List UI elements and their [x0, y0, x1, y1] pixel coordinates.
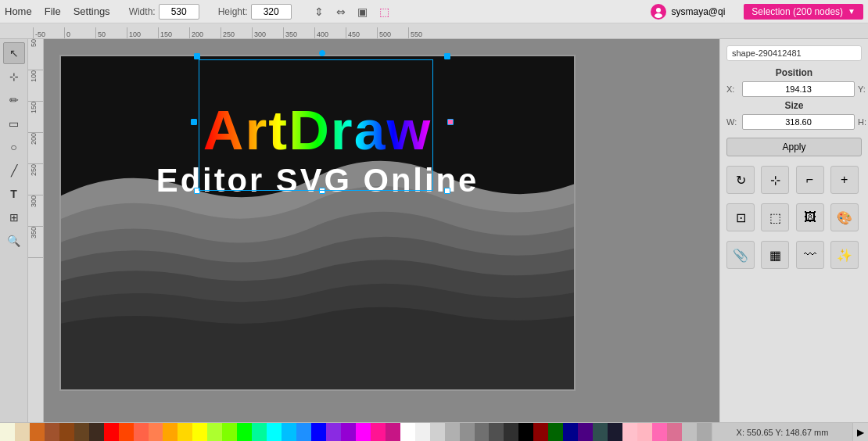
color-swatch[interactable] — [548, 423, 563, 442]
color-swatch[interactable] — [475, 423, 490, 442]
add-icon[interactable]: + — [830, 166, 859, 194]
settings-menu[interactable]: Settings — [74, 5, 110, 17]
color-swatch[interactable] — [341, 423, 356, 442]
color-swatch[interactable] — [119, 423, 134, 442]
select-tool[interactable]: ↖ — [3, 42, 25, 64]
apply-button[interactable]: Apply — [726, 138, 862, 156]
rotate-icon[interactable]: ↻ — [726, 166, 755, 194]
flip-vertical-icon[interactable]: ⇕ — [310, 3, 328, 20]
color-swatch[interactable] — [445, 423, 460, 442]
text-tool[interactable]: T — [3, 183, 25, 205]
color-swatch[interactable] — [252, 423, 267, 442]
color-swatch[interactable] — [207, 423, 222, 442]
color-swatch[interactable] — [637, 423, 652, 442]
home-menu[interactable]: Home — [5, 5, 32, 17]
ruler-tick: 300 — [252, 27, 283, 38]
color-swatch[interactable] — [149, 423, 163, 442]
color-swatch[interactable] — [237, 423, 252, 442]
color-swatch[interactable] — [30, 423, 45, 442]
selection-handle-bl[interactable] — [194, 188, 200, 194]
clip-icon[interactable]: 📎 — [726, 241, 755, 269]
color-swatch[interactable] — [430, 423, 445, 442]
pattern-icon[interactable]: ▦ — [761, 241, 789, 269]
frame-icon[interactable]: ▣ — [354, 3, 371, 20]
color-swatch[interactable] — [134, 423, 149, 442]
color-strip[interactable] — [0, 423, 712, 442]
color-swatch[interactable] — [533, 423, 548, 442]
color-swatch[interactable] — [178, 423, 192, 442]
nodes-icon[interactable]: ⊹ — [761, 166, 789, 194]
color-swatch[interactable] — [578, 423, 593, 442]
color-swatch[interactable] — [74, 423, 89, 442]
crop-icon[interactable]: ⌐ — [796, 166, 824, 194]
group-icon[interactable]: ⊡ — [726, 203, 755, 231]
color-swatch[interactable] — [163, 423, 178, 442]
selection-handle-tc[interactable] — [319, 50, 325, 56]
svg-point-1 — [655, 13, 662, 18]
color-swatch[interactable] — [222, 423, 237, 442]
flip-horizontal-icon[interactable]: ⇔ — [332, 3, 350, 20]
selection-rect-icon[interactable]: ⬚ — [761, 203, 789, 231]
wave-icon[interactable]: 〰 — [796, 241, 824, 269]
color-swatch[interactable] — [192, 423, 207, 442]
rectangle-tool[interactable]: ▭ — [3, 113, 25, 134]
color-swatch[interactable] — [622, 423, 637, 442]
color-wheel-icon[interactable]: 🎨 — [830, 203, 859, 231]
image-icon[interactable]: 🖼 — [796, 203, 824, 231]
color-swatch[interactable] — [593, 423, 608, 442]
color-swatch[interactable] — [460, 423, 475, 442]
size-title: Size — [726, 100, 862, 111]
selection-handle-bc[interactable] — [319, 188, 325, 194]
node-tool[interactable]: ⊹ — [3, 66, 25, 88]
pencil-tool[interactable]: ✏ — [3, 89, 25, 111]
scroll-right-button[interactable]: ▶ — [852, 423, 868, 442]
selection-handle-br[interactable] — [444, 188, 450, 194]
ruler-tick: 500 — [377, 27, 408, 38]
color-swatch[interactable] — [267, 423, 282, 442]
color-swatch[interactable] — [400, 423, 415, 442]
selection-handle-ml[interactable] — [191, 119, 197, 125]
file-menu[interactable]: File — [45, 5, 61, 17]
color-swatch[interactable] — [504, 423, 518, 442]
symbol-tool[interactable]: ⊞ — [3, 206, 25, 228]
selection-handle-tl[interactable] — [194, 53, 200, 59]
color-swatch[interactable] — [386, 423, 400, 442]
y-label: Y: — [858, 84, 868, 94]
magic-wand-icon[interactable]: ✨ — [830, 241, 859, 269]
height-input[interactable] — [251, 4, 292, 20]
color-swatch[interactable] — [667, 423, 682, 442]
color-swatch[interactable] — [563, 423, 578, 442]
color-swatch[interactable] — [45, 423, 59, 442]
ellipse-tool[interactable]: ○ — [3, 136, 25, 158]
ruler-tick: 350 — [283, 27, 314, 38]
color-swatch[interactable] — [371, 423, 386, 442]
color-swatch[interactable] — [59, 423, 74, 442]
color-swatch[interactable] — [697, 423, 712, 442]
color-swatch[interactable] — [104, 423, 119, 442]
color-swatch[interactable] — [415, 423, 430, 442]
color-swatch[interactable] — [518, 423, 533, 442]
w-size-input[interactable] — [742, 114, 855, 130]
color-swatch[interactable] — [296, 423, 311, 442]
color-swatch[interactable] — [89, 423, 104, 442]
color-swatch[interactable] — [652, 423, 667, 442]
color-swatch[interactable] — [311, 423, 326, 442]
color-swatch[interactable] — [489, 423, 504, 442]
color-swatch[interactable] — [682, 423, 697, 442]
color-swatch[interactable] — [356, 423, 371, 442]
selection-badge[interactable]: Selection (200 nodes) ▼ — [744, 4, 863, 20]
width-input[interactable] — [159, 4, 199, 20]
color-swatch[interactable] — [15, 423, 30, 442]
color-swatch[interactable] — [608, 423, 622, 442]
selection-handle-mr[interactable] — [447, 119, 454, 125]
color-swatch[interactable] — [0, 423, 15, 442]
canvas-area[interactable]: 50 100 150 200 250 300 350 — [28, 39, 719, 422]
color-swatch[interactable] — [326, 423, 341, 442]
selection-handle-tr[interactable] — [444, 53, 450, 59]
line-tool[interactable]: ╱ — [3, 160, 25, 181]
selection-icon[interactable]: ⬚ — [376, 3, 393, 20]
color-swatch[interactable] — [282, 423, 296, 442]
zoom-tool[interactable]: 🔍 — [3, 230, 25, 252]
canvas-container[interactable]: ArtDraw Editor SVG Online — [44, 39, 719, 422]
x-position-input[interactable] — [742, 81, 855, 97]
